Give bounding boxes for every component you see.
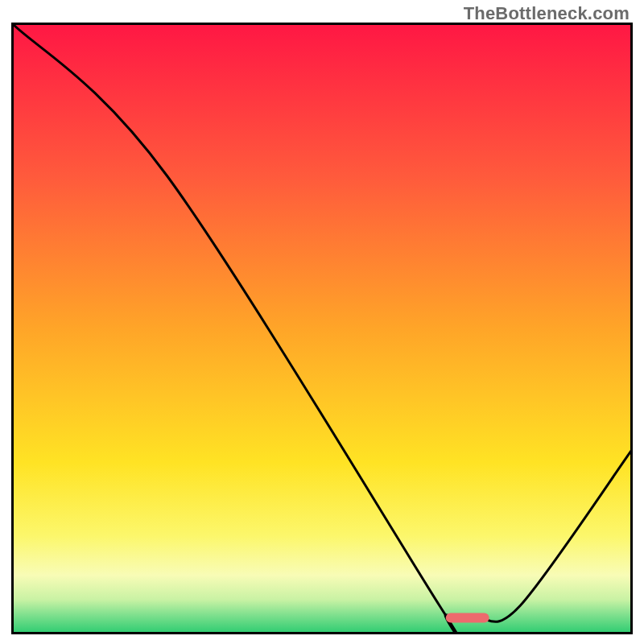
chart-container: TheBottleneck.com	[0, 0, 644, 644]
watermark-label: TheBottleneck.com	[464, 3, 630, 24]
optimal-marker	[446, 613, 489, 623]
plot-background	[13, 24, 632, 634]
bottleneck-chart	[11, 23, 633, 634]
